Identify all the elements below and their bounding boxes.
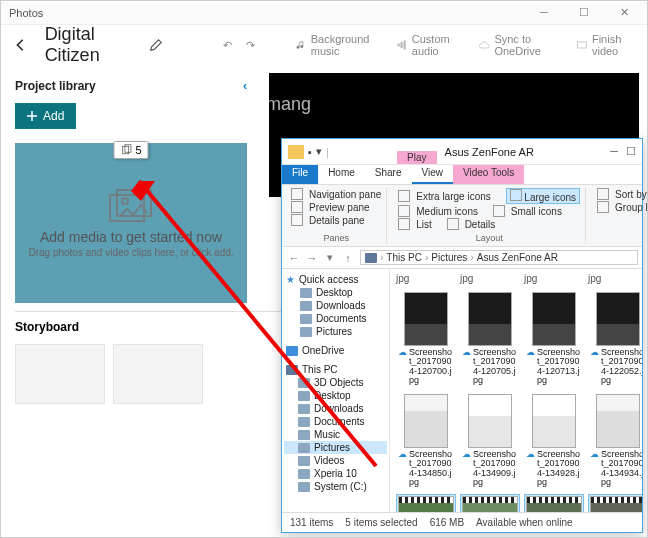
column-header[interactable]: jpg: [524, 273, 584, 286]
nav-quick-access[interactable]: ★Quick access: [284, 273, 387, 286]
tab-home[interactable]: Home: [318, 165, 365, 184]
tab-share[interactable]: Share: [365, 165, 412, 184]
ribbon-group-panes: Navigation pane Preview pane Details pan…: [286, 188, 387, 243]
layout-list-label[interactable]: List: [416, 219, 432, 230]
tab-video-tools[interactable]: Video Tools: [453, 165, 524, 184]
address-bar: ← → ▾ ↑ › This PC › Pictures › Asus ZenF…: [282, 247, 642, 269]
layout-details-label[interactable]: Details: [465, 219, 496, 230]
path-seg-pc[interactable]: This PC: [386, 252, 422, 263]
file-item-selected[interactable]: ☁V_20170831_155837_vHDR_Auto.mp4: [524, 494, 584, 513]
music-icon: [295, 39, 307, 51]
media-dropzone[interactable]: 5 Add media to get started now Drag phot…: [15, 143, 247, 303]
finish-video-button[interactable]: Finish video: [576, 33, 637, 57]
storyboard-slot[interactable]: [15, 344, 105, 404]
cloud-status-icon: ☁: [590, 348, 599, 386]
redo-button[interactable]: ↷: [246, 39, 255, 52]
nav-desktop[interactable]: Desktop: [284, 286, 387, 299]
nav-desktop-2[interactable]: Desktop: [284, 389, 387, 402]
tab-file[interactable]: File: [282, 165, 318, 184]
layout-xl[interactable]: [398, 190, 410, 202]
layout-list[interactable]: [398, 218, 410, 230]
file-item[interactable]: ☁Screenshot_20170904-120700.jpg: [396, 290, 456, 388]
file-item[interactable]: ☁Screenshot_20170904-120705.jpg: [460, 290, 520, 388]
back-button[interactable]: [11, 33, 31, 57]
nav-documents[interactable]: Documents: [284, 312, 387, 325]
ribbon: Navigation pane Preview pane Details pan…: [282, 185, 642, 247]
column-header[interactable]: jpg: [396, 273, 456, 286]
layout-sm-label[interactable]: Small icons: [511, 206, 562, 217]
thumbnail: [468, 394, 512, 448]
column-header[interactable]: jpg: [460, 273, 520, 286]
qat-button[interactable]: ▾: [316, 145, 322, 158]
file-item[interactable]: ☁Screenshot_20170904-134909.jpg: [460, 392, 520, 490]
layout-large[interactable]: Large icons: [506, 188, 580, 204]
nav-onedrive[interactable]: OneDrive: [284, 344, 387, 357]
maximize-button[interactable]: ☐: [626, 145, 636, 158]
folder-icon: [288, 145, 304, 159]
group-by-button[interactable]: Group by ▾: [597, 201, 648, 213]
nav-downloads[interactable]: Downloads: [284, 299, 387, 312]
dropzone-subtitle: Drag photos and video clips here, or cli…: [28, 247, 233, 258]
custom-audio-button[interactable]: Custom audio: [396, 33, 465, 57]
tab-view[interactable]: View: [412, 165, 454, 184]
file-item-selected[interactable]: ☁V_20170829_173320_SM.mp4: [396, 494, 456, 513]
nav-recent-button[interactable]: ▾: [322, 251, 338, 264]
nav-xperia[interactable]: Xperia 10: [284, 467, 387, 480]
file-item-selected[interactable]: ☁V_20170831_160947_vHDR_Auto.mp4: [588, 494, 642, 513]
layout-md[interactable]: [398, 205, 410, 217]
maximize-button[interactable]: ☐: [569, 6, 599, 19]
close-button[interactable]: ✕: [609, 6, 639, 19]
column-header[interactable]: jpg: [588, 273, 642, 286]
path-input[interactable]: › This PC › Pictures › Asus ZenFone AR: [360, 250, 638, 265]
video-thumbnail: [462, 496, 518, 513]
layout-sm[interactable]: [493, 205, 505, 217]
file-item[interactable]: ☁Screenshot_20170904-134934.jpg: [588, 392, 642, 490]
undo-button[interactable]: ↶: [223, 39, 232, 52]
cloud-status-icon: ☁: [526, 450, 535, 488]
nav-3d-objects[interactable]: 3D Objects: [284, 376, 387, 389]
nav-pictures[interactable]: Pictures: [284, 325, 387, 338]
app-name: Photos: [9, 7, 43, 19]
storyboard-slot[interactable]: [113, 344, 203, 404]
collapse-library-button[interactable]: ‹: [243, 79, 247, 93]
window-controls: ─ ☐ ✕: [529, 6, 639, 19]
nav-up-button[interactable]: ↑: [340, 252, 356, 264]
file-item[interactable]: ☁Screenshot_20170904-120713.jpg: [524, 290, 584, 388]
nav-this-pc[interactable]: This PC: [284, 363, 387, 376]
file-item-selected[interactable]: ☁V_20170829_174436_SM.mp4: [460, 494, 520, 513]
sync-button[interactable]: Sync to OneDrive: [478, 33, 562, 57]
path-seg-pictures[interactable]: Pictures: [431, 252, 467, 263]
nav-system-c[interactable]: System (C:): [284, 480, 387, 493]
file-item[interactable]: ☁Screenshot_20170904-122052.jpg: [588, 290, 642, 388]
layout-md-label[interactable]: Medium icons: [416, 206, 478, 217]
preview-pane-button[interactable]: Preview pane: [291, 201, 381, 213]
nav-forward-button[interactable]: →: [304, 252, 320, 264]
thumbnail: [596, 394, 640, 448]
nav-downloads-2[interactable]: Downloads: [284, 402, 387, 415]
photos-toolbar: Digital Citizen ↶ ↷ Background music Cus…: [1, 25, 647, 65]
minimize-button[interactable]: ─: [529, 6, 559, 19]
path-seg-folder[interactable]: Asus ZenFone AR: [477, 252, 558, 263]
nav-videos[interactable]: Videos: [284, 454, 387, 467]
layout-details[interactable]: [447, 218, 459, 230]
nav-pictures-2[interactable]: Pictures: [284, 441, 387, 454]
details-pane-button[interactable]: Details pane: [291, 214, 381, 226]
file-item[interactable]: ☁Screenshot_20170904-134850.jpg: [396, 392, 456, 490]
nav-back-button[interactable]: ←: [286, 252, 302, 264]
video-thumbnail: [526, 496, 582, 513]
status-availability: Available when online: [476, 517, 573, 528]
navigation-pane-button[interactable]: Navigation pane: [291, 188, 381, 200]
layout-xl-label[interactable]: Extra large icons: [416, 191, 490, 202]
ribbon-group-layout: Extra large icons Large icons Medium ico…: [393, 188, 586, 243]
thumbnail: [596, 292, 640, 346]
file-item[interactable]: ☁Screenshot_20170904-134928.jpg: [524, 392, 584, 490]
qat-button[interactable]: ▪: [308, 146, 312, 158]
rename-button[interactable]: [149, 38, 163, 52]
add-media-button[interactable]: Add: [15, 103, 76, 129]
audio-icon: [396, 39, 408, 51]
nav-documents-2[interactable]: Documents: [284, 415, 387, 428]
sort-by-button[interactable]: Sort by: [597, 188, 648, 200]
background-music-button[interactable]: Background music: [295, 33, 382, 57]
minimize-button[interactable]: ─: [610, 145, 618, 158]
nav-music[interactable]: Music: [284, 428, 387, 441]
